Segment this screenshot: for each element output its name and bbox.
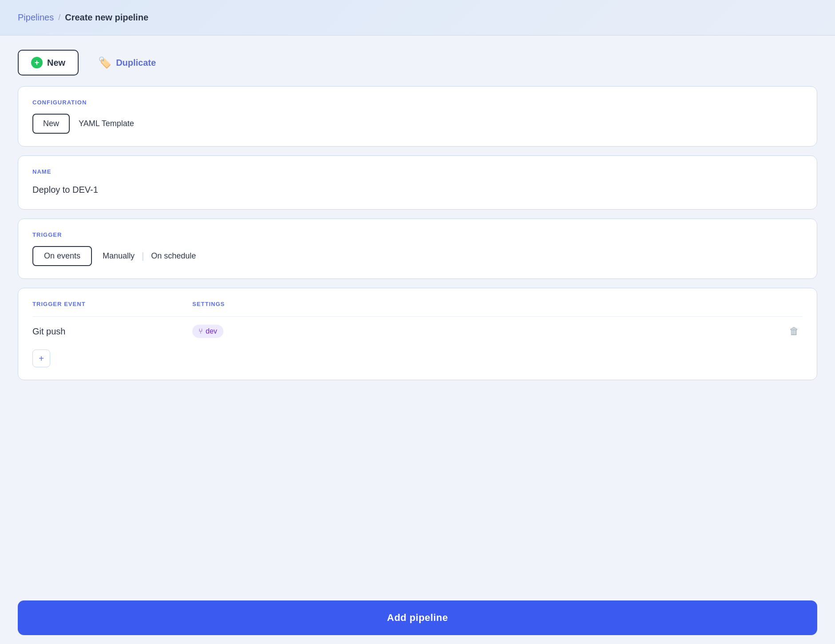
header-bar: Pipelines / Create new pipeline	[0, 0, 835, 36]
top-actions: + New 🏷️ Duplicate	[18, 50, 817, 76]
on-events-button[interactable]: On events	[32, 246, 92, 266]
duplicate-button[interactable]: 🏷️ Duplicate	[87, 50, 167, 75]
trigger-settings-col-header: SETTINGS	[192, 301, 803, 307]
name-section-label: NAME	[32, 168, 803, 175]
breadcrumb-current-page: Create new pipeline	[65, 12, 148, 23]
branch-name: dev	[206, 327, 217, 335]
trigger-event-card: TRIGGER EVENT SETTINGS Git push ⑂ dev 🗑 …	[18, 288, 817, 380]
duplicate-button-label: Duplicate	[116, 58, 156, 68]
branch-icon: ⑂	[199, 327, 203, 335]
delete-icon: 🗑	[789, 326, 799, 337]
trigger-event-name: Git push	[32, 326, 192, 337]
configuration-card: CONFIGURATION New YAML Template	[18, 86, 817, 147]
trigger-event-col-header: TRIGGER EVENT	[32, 301, 192, 307]
trigger-section-label: TRIGGER	[32, 231, 803, 238]
configuration-options: New YAML Template	[32, 114, 803, 134]
manually-option[interactable]: Manually	[95, 251, 142, 261]
footer-bar: Add pipeline	[0, 592, 835, 644]
trigger-event-row: Git push ⑂ dev 🗑	[32, 316, 803, 346]
add-trigger-event-button[interactable]: +	[32, 350, 50, 367]
duplicate-icon: 🏷️	[98, 56, 111, 69]
config-new-button[interactable]: New	[32, 114, 70, 134]
yaml-template-label: YAML Template	[79, 119, 134, 128]
on-schedule-option[interactable]: On schedule	[144, 251, 203, 261]
new-button-label: New	[47, 58, 65, 68]
plus-circle-icon: +	[31, 57, 43, 68]
trigger-card: TRIGGER On events Manually | On schedule	[18, 219, 817, 279]
delete-trigger-button[interactable]: 🗑	[786, 324, 803, 339]
breadcrumb: Pipelines / Create new pipeline	[18, 12, 817, 23]
branch-badge[interactable]: ⑂ dev	[192, 325, 223, 338]
pipeline-name-input[interactable]	[32, 183, 803, 197]
trigger-options: On events Manually | On schedule	[32, 246, 803, 266]
breadcrumb-pipelines-link[interactable]: Pipelines	[18, 12, 54, 23]
name-card: NAME	[18, 155, 817, 210]
new-button[interactable]: + New	[18, 50, 79, 76]
trigger-event-header: TRIGGER EVENT SETTINGS	[32, 301, 803, 307]
trigger-event-settings: ⑂ dev 🗑	[192, 324, 803, 339]
breadcrumb-separator: /	[58, 13, 60, 22]
main-content: + New 🏷️ Duplicate CONFIGURATION New YAM…	[0, 36, 835, 592]
configuration-section-label: CONFIGURATION	[32, 99, 803, 106]
add-pipeline-button[interactable]: Add pipeline	[18, 600, 817, 635]
